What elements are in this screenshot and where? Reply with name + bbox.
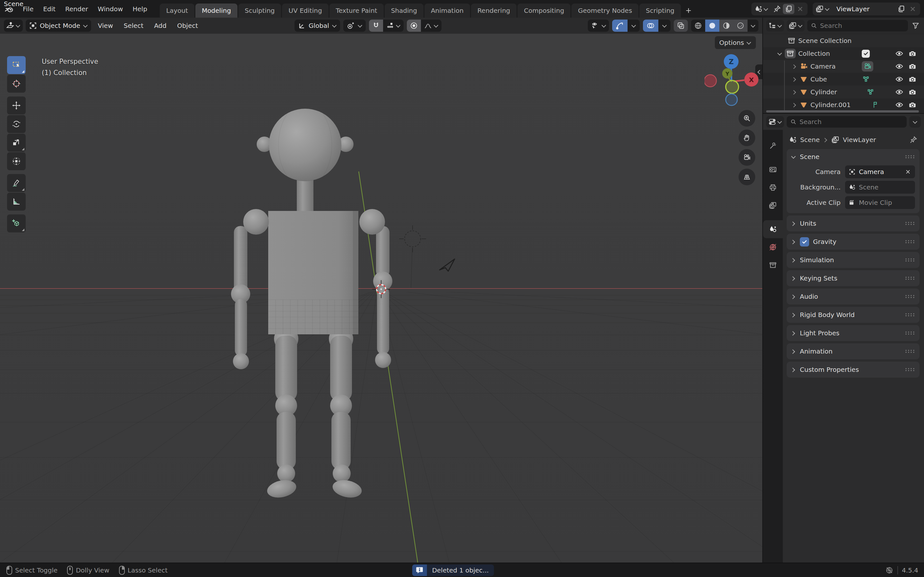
- delete-scene-button[interactable]: [795, 4, 806, 14]
- collection-exclude-slot: [862, 50, 893, 58]
- chevron-down-icon: [777, 23, 782, 28]
- hide-viewport-icon[interactable]: [895, 49, 903, 58]
- expand-chevron-icon[interactable]: [792, 64, 797, 69]
- hide-viewport-icon[interactable]: [895, 88, 903, 96]
- mesh-data-icon[interactable]: [862, 75, 870, 83]
- pan-button[interactable]: [738, 129, 755, 146]
- active-collection-label: (1) Collection: [42, 67, 98, 79]
- status-message-text: Deleted 1 objec...: [427, 564, 494, 576]
- outliner-scrollbar[interactable]: [766, 110, 919, 113]
- scene-collection-label: Scene Collection: [798, 37, 851, 45]
- separator: [897, 566, 898, 574]
- annotate-tool[interactable]: [7, 174, 26, 192]
- options-label: Options: [719, 39, 744, 47]
- hide-viewport-icon[interactable]: [895, 101, 903, 109]
- scene-selector: Scene: [751, 3, 808, 15]
- outliner-row-camera[interactable]: Camera: [763, 60, 924, 73]
- view-perspective-label: User Perspective: [42, 56, 98, 67]
- orthographic-grid-icon: [743, 173, 751, 181]
- rotate-tool[interactable]: [7, 115, 26, 133]
- empty-object[interactable]: [399, 226, 426, 288]
- topbar-right: Scene ViewLa: [751, 3, 924, 15]
- outliner-row-cylinder[interactable]: Cylinder: [763, 85, 924, 98]
- gizmo-x-negative[interactable]: [704, 75, 716, 87]
- y-axis-label: Y: [725, 71, 729, 77]
- statusbar-right: 4.5.4: [885, 566, 918, 574]
- disable-render-icon[interactable]: [908, 88, 917, 96]
- version-label: 4.5.4: [902, 566, 918, 574]
- statusbar: Select Toggle Dolly View Lasso Select De…: [0, 562, 924, 577]
- hint-label: Select Toggle: [15, 566, 57, 574]
- outliner-body: Scene Collection Collection: [763, 34, 924, 113]
- move-tool[interactable]: [7, 97, 26, 114]
- gizmo-y-negative[interactable]: [726, 81, 738, 93]
- object-label: Camera: [811, 63, 836, 70]
- collapse-chevron-icon: [791, 154, 796, 159]
- object-visibility-icons: [895, 88, 919, 96]
- options-dropdown[interactable]: Options: [715, 36, 756, 49]
- measure-tool[interactable]: [7, 193, 26, 211]
- add-cube-icon: [12, 219, 21, 228]
- disable-render-icon[interactable]: [908, 75, 917, 83]
- outliner-row-collection[interactable]: Collection: [763, 47, 924, 60]
- 3d-viewport[interactable]: User Perspective (1) Collection Options …: [0, 34, 762, 562]
- expand-chevron-icon: [791, 349, 796, 354]
- object-data-slot: [862, 61, 893, 71]
- viewport-nav-buttons: [738, 110, 755, 185]
- outliner-row-scene-collection[interactable]: Scene Collection: [763, 34, 924, 47]
- expand-chevron-icon[interactable]: [792, 102, 797, 107]
- toggle-ortho-button[interactable]: [738, 169, 755, 185]
- expand-chevron-icon[interactable]: [792, 77, 797, 82]
- expand-chevron-icon: [791, 312, 796, 318]
- chevron-down-icon: [357, 23, 363, 28]
- camera-data-box[interactable]: [862, 61, 873, 71]
- exclude-checkbox[interactable]: [862, 50, 870, 58]
- navigation-gizmo[interactable]: Z Y X: [704, 53, 758, 107]
- expand-chevron-icon[interactable]: [792, 89, 797, 95]
- mouse-left-icon: [6, 566, 13, 575]
- collection-icon: [787, 37, 796, 45]
- expand-chevron-icon: [791, 258, 796, 263]
- expand-chevron-icon: [791, 276, 796, 281]
- chevron-down-icon: [332, 23, 337, 28]
- cursor-tool[interactable]: [7, 75, 26, 93]
- hide-viewport-icon[interactable]: [895, 75, 903, 83]
- chevron-down-icon: [83, 23, 88, 28]
- disable-render-icon[interactable]: [908, 49, 917, 58]
- object-data-slot: [862, 75, 893, 83]
- close-icon: [796, 5, 804, 13]
- arrow-empty-object[interactable]: [439, 259, 455, 271]
- scale-icon: [12, 138, 21, 147]
- 3d-scene: [0, 34, 762, 562]
- scale-tool[interactable]: [7, 134, 26, 152]
- mouse-right-icon: [118, 566, 126, 575]
- gizmo-z-negative[interactable]: [726, 94, 737, 105]
- mesh-data-icon[interactable]: [873, 101, 878, 108]
- delete-view-layer-button[interactable]: [907, 4, 919, 14]
- expand-chevron-icon: [791, 221, 796, 226]
- zoom-button[interactable]: [738, 110, 755, 127]
- mesh-data-icon[interactable]: [866, 88, 875, 96]
- topbar: File Edit Render Window Help Layout Mode…: [0, 0, 924, 18]
- camera-view-icon: [743, 153, 751, 161]
- humanoid-model[interactable]: [231, 109, 393, 500]
- chevron-down-icon: [433, 23, 439, 28]
- outliner-row-cylinder-001[interactable]: Cylinder.001: [763, 98, 924, 111]
- status-message[interactable]: Deleted 1 objec...: [412, 564, 494, 576]
- move-icon: [12, 101, 21, 110]
- object-visibility-icons: [895, 75, 919, 83]
- collapse-chevron-icon[interactable]: [777, 51, 782, 56]
- camera-view-button[interactable]: [738, 149, 755, 166]
- disable-render-icon[interactable]: [908, 62, 917, 71]
- disable-render-icon[interactable]: [908, 101, 917, 109]
- outliner-row-cube[interactable]: Cube: [763, 73, 924, 85]
- transform-tool[interactable]: [7, 152, 26, 170]
- object-label: Cylinder: [811, 88, 837, 96]
- select-box-tool[interactable]: [7, 56, 26, 74]
- hide-viewport-icon[interactable]: [895, 62, 903, 71]
- transform-icon: [12, 157, 21, 166]
- hint-label: Lasso Select: [128, 566, 168, 574]
- collection-visibility-icons: [895, 49, 919, 58]
- chevron-down-icon: [662, 23, 667, 28]
- add-cube-tool[interactable]: [7, 214, 26, 232]
